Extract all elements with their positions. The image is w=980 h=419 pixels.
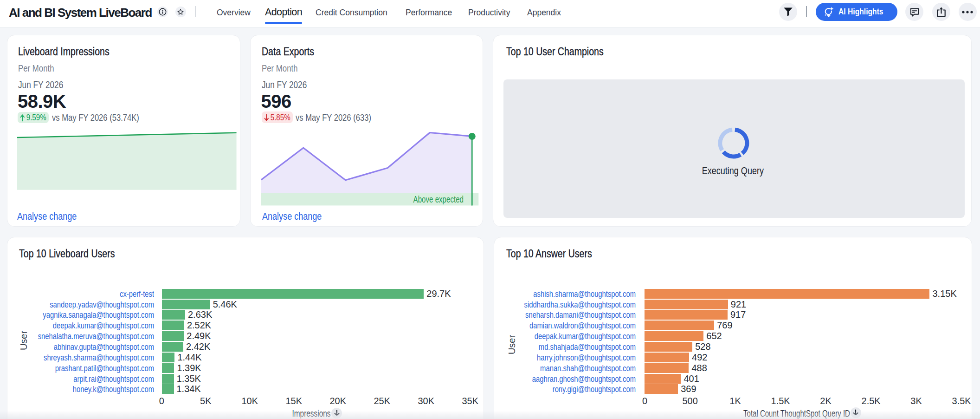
svg-text:Above expected: Above expected <box>413 194 463 204</box>
